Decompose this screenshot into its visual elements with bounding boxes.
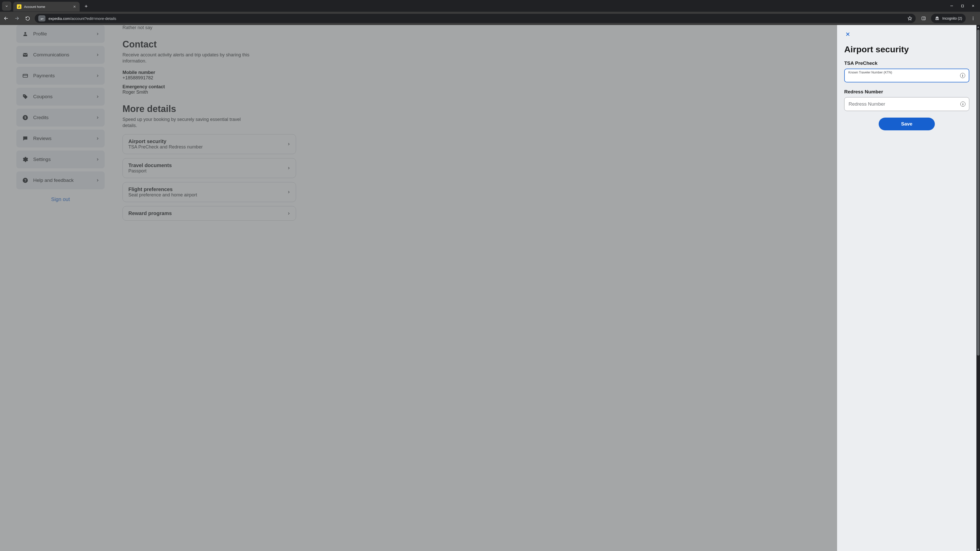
airport-security-drawer: Airport security TSA PreCheck Known Trav… xyxy=(837,25,977,551)
scroll-up-arrow[interactable]: ▲ xyxy=(977,25,980,29)
ktn-floating-label: Known Traveler Number (KTN) xyxy=(848,71,892,74)
ktn-input[interactable]: Known Traveler Number (KTN) i xyxy=(844,68,969,83)
expedia-favicon xyxy=(17,4,21,9)
window-maximize-button[interactable] xyxy=(961,5,964,7)
svg-point-18 xyxy=(937,19,939,20)
incognito-label: Incognito (2) xyxy=(942,16,962,21)
url-text: expedia.com/account?edit=more-details xyxy=(48,16,904,21)
ktn-info-icon[interactable]: i xyxy=(960,73,965,78)
redress-number-label: Redress Number xyxy=(844,89,969,95)
browser-titlebar: Account home xyxy=(0,0,980,12)
window-minimize-button[interactable] xyxy=(950,4,953,7)
page-scrollbar[interactable]: ▲ ▼ xyxy=(977,25,980,551)
tab-search-button[interactable] xyxy=(2,2,11,11)
new-tab-button[interactable] xyxy=(82,2,90,10)
browser-toolbar: expedia.com/account?edit=more-details In… xyxy=(0,12,980,25)
window-close-button[interactable] xyxy=(971,4,975,7)
site-info-button[interactable] xyxy=(38,15,45,21)
tab-close-button[interactable] xyxy=(73,5,76,8)
incognito-indicator[interactable]: Incognito (2) xyxy=(931,14,966,23)
svg-point-21 xyxy=(973,18,974,19)
bookmark-star-button[interactable] xyxy=(907,16,912,21)
redress-info-icon[interactable]: i xyxy=(960,102,966,106)
drawer-title: Airport security xyxy=(844,44,969,54)
nav-reload-button[interactable] xyxy=(24,15,31,22)
scroll-thumb[interactable] xyxy=(977,30,980,356)
tab-title: Account home xyxy=(24,5,45,9)
svg-point-10 xyxy=(41,18,42,19)
nav-forward-button[interactable] xyxy=(13,15,21,22)
side-panel-button[interactable] xyxy=(919,14,928,23)
svg-point-20 xyxy=(973,17,974,17)
redress-placeholder: Redress Number xyxy=(849,101,885,107)
scroll-down-arrow[interactable]: ▼ xyxy=(977,548,980,551)
browser-tab-active[interactable]: Account home xyxy=(13,2,80,11)
svg-point-17 xyxy=(935,19,937,20)
tsa-precheck-label: TSA PreCheck xyxy=(844,60,969,66)
svg-rect-5 xyxy=(961,5,963,7)
svg-rect-15 xyxy=(922,17,925,20)
browser-menu-button[interactable] xyxy=(969,14,977,23)
nav-back-button[interactable] xyxy=(3,15,10,22)
svg-point-22 xyxy=(973,19,974,20)
drawer-close-button[interactable] xyxy=(844,30,851,38)
address-bar[interactable]: expedia.com/account?edit=more-details xyxy=(35,14,916,23)
modal-backdrop[interactable] xyxy=(0,25,980,551)
save-button[interactable]: Save xyxy=(879,118,935,130)
svg-marker-14 xyxy=(908,17,912,20)
redress-input[interactable]: Redress Number i xyxy=(844,97,969,111)
